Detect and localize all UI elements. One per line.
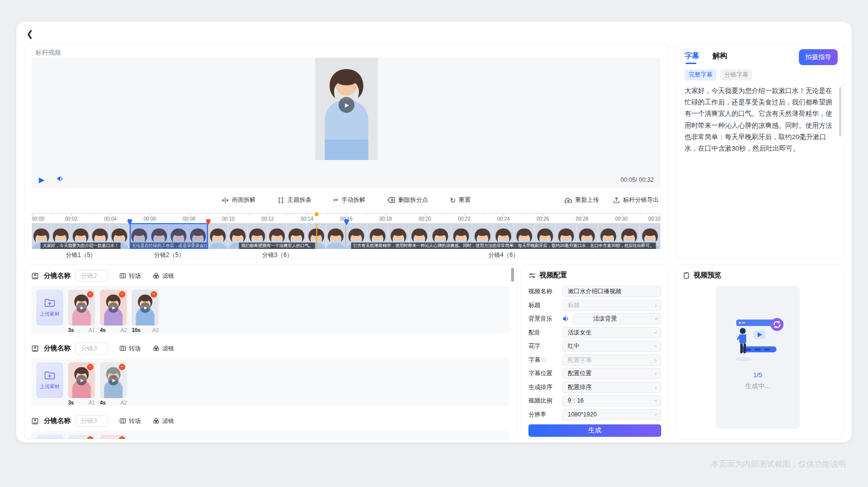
config-field-row: 字幕位置配置位置› [528,368,661,379]
frame-thumbnail[interactable] [208,223,228,249]
clip-play-icon[interactable]: ▶ [77,375,87,386]
timeline-segment[interactable]: 它含有天然薄荷精华，使用时带来一种沁人心脾的凉爽感。同时，使用方法也非常简单：每… [346,223,661,249]
remove-clip-icon[interactable]: − [87,436,93,439]
ruler-tick [641,214,641,215]
filter-button[interactable]: 滤镜 [153,417,174,425]
toolbar-button[interactable]: ↻重置 [450,196,471,204]
remove-clip-icon[interactable]: − [119,364,125,370]
config-field-value[interactable]: 红中› [562,340,661,352]
clip-thumbnail[interactable]: − ▶ [100,435,127,439]
frame-thumbnail[interactable] [150,223,169,249]
toolbar-button[interactable]: ✂手动拆解 [333,196,365,204]
config-field-value[interactable]: 1080*1920› [562,409,661,420]
subtitle-tab[interactable]: 解构 [712,51,727,64]
clip-tag: A2 [120,400,127,406]
video-player[interactable]: ▶ ▶ 00:05/ 00:32 [32,58,661,188]
shots-scrollbar[interactable] [511,268,514,282]
clip-play-icon[interactable]: ▶ [108,303,119,313]
upload-material-card[interactable]: 上传素材 [36,290,63,325]
split-marker-end-icon[interactable] [206,218,211,224]
config-field-value[interactable]: 活泼女生› [562,327,661,338]
config-field-value[interactable]: 漱口水介绍口播视频 [562,286,661,297]
transition-button[interactable]: 转场 [119,272,141,280]
shot-name-input[interactable] [76,270,107,282]
filter-button[interactable]: 滤镜 [153,272,174,280]
chevron-down-icon: › [655,327,657,338]
clip-play-icon[interactable]: ▶ [108,375,119,386]
config-field-value[interactable]: 标题› [562,300,661,311]
toolbar-button[interactable]: 重新上传 [564,196,599,204]
frame-thumbnail[interactable] [130,223,149,249]
upload-material-card[interactable]: 上传素材 [36,435,63,439]
remove-clip-icon[interactable]: − [151,291,157,298]
clip-play-icon[interactable]: ▶ [140,303,151,313]
playhead-line[interactable] [316,223,317,249]
clip-card[interactable]: − ▶ 3s A1 [68,290,95,329]
split-marker-icon[interactable] [344,218,349,224]
clip-thumbnail[interactable]: − ▶ [132,290,159,325]
upload-material-card[interactable]: 上传素材 [36,362,63,398]
generate-button[interactable]: 生成 [528,424,661,437]
play-overlay-icon[interactable]: ▶ [339,97,354,113]
clip-play-icon[interactable]: ▶ [77,303,87,313]
clip-card[interactable]: − ▶ 10s A3 [132,290,159,329]
shooting-guide-button[interactable]: 拍摄指导 [799,49,838,65]
ruler-tick [248,214,249,215]
play-button[interactable]: ▶ [39,175,45,184]
subtitles-scrollbar[interactable] [839,87,841,137]
toolbar-label: 重新上传 [575,196,599,204]
subtitle-mode-chip[interactable]: 分镜字幕 [720,69,752,81]
timeline-strip: 大家好，今天我要为您介绍一款漱口水！ 无论是在忙碌的工作后，还是享受美食过后， [32,223,661,249]
video-frame[interactable]: ▶ [315,58,378,160]
timeline-segment[interactable]: 我们都希望拥有一个清爽宜人的口气。 [208,223,346,249]
toolbar-button[interactable]: 标杆分镜导出 [613,196,659,204]
toolbar-button[interactable]: 主题拆条 [277,196,311,204]
clip-card[interactable]: − ▶ [68,435,95,439]
config-field-value[interactable]: 配置位置› [562,368,661,379]
clip-thumbnail[interactable]: − ▶ [100,290,127,325]
transition-button[interactable]: 转场 [119,417,141,425]
subtitle-tab[interactable]: 字幕 [685,51,699,64]
subtitle-mode-chip[interactable]: 完整字幕 [685,69,716,81]
shot-row-header: 分镜名称 转场 滤镜 [31,342,510,354]
preview-title: 视频预览 [694,271,721,280]
config-field-value[interactable]: 活泼背景› [573,313,661,325]
config-field-value[interactable]: 配置字幕› [562,354,661,366]
chevron-down-icon: › [655,409,657,420]
timeline-segment[interactable]: 大家好，今天我要为您介绍一款漱口水！ [32,223,130,249]
config-field-row: 配音活泼女生› [528,327,661,338]
shot-clip-strip: 上传素材 − ▶ 3s A1 − ▶ 4s [31,286,510,333]
clip-thumbnail[interactable]: − ▶ [68,362,95,398]
clip-card[interactable]: − ▶ [100,435,127,439]
timeline-segment[interactable]: 无论是在忙碌的工作后，还是享受美食过后， [130,223,208,249]
split-marker-start-icon[interactable] [127,218,132,224]
upload-label: 上传素材 [40,383,60,390]
clip-thumbnail[interactable]: − ▶ [68,290,95,325]
filter-button[interactable]: 滤镜 [153,344,174,353]
playhead-marker-icon[interactable] [315,212,319,216]
clip-thumbnail[interactable]: − ▶ [68,435,95,439]
preview-card: 1/5 生成中... [715,286,800,429]
shot-name-input[interactable] [76,415,107,427]
clip-card[interactable]: − ▶ 3s A1 [68,362,95,402]
clip-thumbnail[interactable]: − ▶ [100,362,127,398]
clip-tag: A1 [88,400,95,406]
frame-thumbnail[interactable] [169,223,188,249]
remove-clip-icon[interactable]: − [87,291,93,298]
remove-clip-icon[interactable]: − [119,291,125,298]
clip-card[interactable]: − ▶ 4s A2 [100,362,127,402]
frame-thumbnail[interactable] [326,223,346,249]
config-field-value[interactable]: 配置排序› [562,382,661,393]
shot-name-input[interactable] [76,342,107,354]
toolbar-button[interactable]: 画面拆解 [222,196,256,204]
toolbar-button[interactable]: 删除拆分点 [387,196,428,204]
back-button[interactable]: ❮ [26,29,33,39]
remove-clip-icon[interactable]: − [87,364,93,370]
transition-button[interactable]: 转场 [119,344,141,353]
clip-card[interactable]: − ▶ 4s A2 [100,290,127,329]
frame-thumbnail[interactable] [188,223,208,249]
speaker-icon[interactable] [57,175,64,184]
remove-clip-icon[interactable]: − [119,436,125,439]
config-field-value[interactable]: 9：16› [562,395,661,406]
ruler-tick-label: 00:30 [615,216,627,222]
